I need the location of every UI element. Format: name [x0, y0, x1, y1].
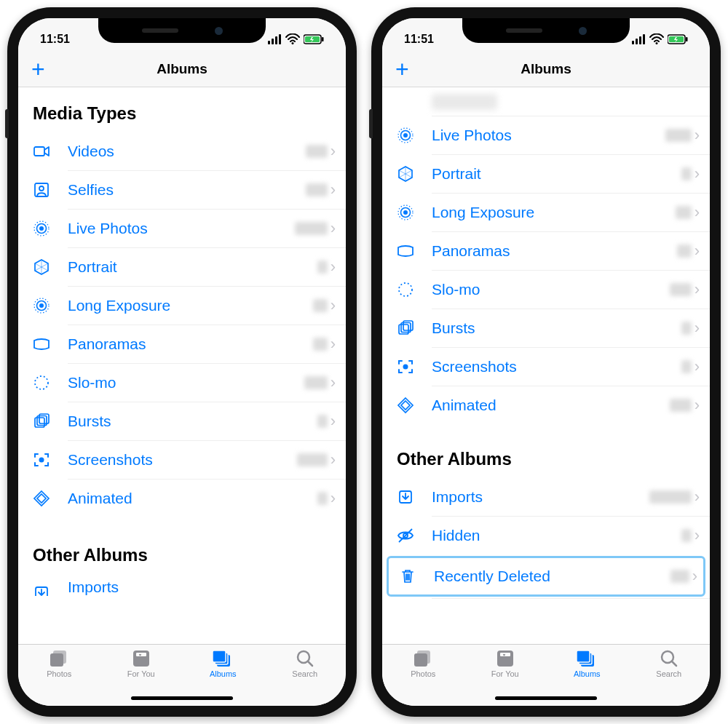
chevron-right-icon: ›	[695, 357, 700, 376]
partial-row-top	[432, 87, 710, 116]
screen: 11:51 + Albums Live Photos › Portrait	[382, 18, 710, 706]
tab-bar: Photos For You Albums Search	[18, 644, 346, 706]
chevron-right-icon: ›	[695, 203, 700, 222]
chevron-right-icon: ›	[695, 396, 700, 415]
row-live-photos[interactable]: Live Photos ›	[382, 116, 710, 154]
row-label: Portrait	[432, 165, 681, 183]
row-slomo[interactable]: Slo-mo ›	[18, 364, 346, 402]
content-right[interactable]: Live Photos › Portrait › Long Exposure ›	[382, 87, 710, 644]
live-photos-icon	[397, 127, 432, 144]
row-bursts[interactable]: Bursts ›	[18, 402, 346, 440]
count-blur	[681, 167, 692, 180]
tab-label: Photos	[411, 669, 435, 678]
tab-label: For You	[491, 669, 519, 678]
signal-icon	[268, 33, 282, 44]
panoramas-icon	[397, 242, 432, 260]
notch	[98, 18, 266, 43]
live-photos-icon	[33, 220, 68, 237]
tab-search[interactable]: Search	[628, 649, 711, 706]
chevron-right-icon: ›	[695, 319, 700, 338]
photos-icon	[49, 649, 69, 668]
row-panoramas[interactable]: Panoramas ›	[382, 232, 710, 270]
row-imports-partial[interactable]: Imports	[18, 574, 346, 596]
row-label: Videos	[68, 143, 306, 160]
row-videos[interactable]: Videos ›	[18, 132, 346, 170]
count-blur	[306, 145, 328, 158]
row-slomo[interactable]: Slo-mo ›	[382, 271, 710, 309]
row-screenshots[interactable]: Screenshots ›	[18, 441, 346, 479]
chevron-right-icon: ›	[695, 164, 700, 183]
tab-photos[interactable]: Photos	[382, 649, 464, 706]
home-indicator[interactable]	[495, 696, 597, 700]
count-blur	[304, 376, 328, 389]
count-blur	[317, 492, 328, 505]
row-animated[interactable]: Animated ›	[382, 386, 710, 424]
chevron-right-icon: ›	[695, 280, 700, 299]
tab-label: Albums	[574, 669, 601, 678]
search-icon	[296, 649, 314, 668]
nav-bar: + Albums	[382, 51, 710, 87]
row-recently-deleted[interactable]: Recently Deleted ›	[387, 556, 705, 597]
tab-label: Search	[292, 669, 317, 678]
row-bursts[interactable]: Bursts ›	[382, 309, 710, 347]
row-label: Screenshots	[432, 358, 681, 375]
row-panoramas[interactable]: Panoramas ›	[18, 325, 346, 363]
row-live-photos[interactable]: Live Photos ›	[18, 210, 346, 247]
chevron-right-icon: ›	[331, 142, 336, 161]
row-label: Bursts	[432, 319, 681, 337]
content-left[interactable]: Media Types Videos › Selfies › Live Phot…	[18, 87, 346, 644]
section-other-albums: Other Albums	[382, 424, 710, 478]
for-you-icon	[132, 649, 151, 668]
row-screenshots[interactable]: Screenshots ›	[382, 348, 710, 386]
tab-bar: Photos For You Albums Search	[382, 644, 710, 706]
wifi-icon	[285, 33, 300, 44]
row-portrait[interactable]: Portrait ›	[18, 248, 346, 286]
count-blur	[681, 322, 692, 335]
row-label: Portrait	[68, 258, 317, 276]
home-indicator[interactable]	[131, 696, 233, 700]
chevron-right-icon: ›	[695, 526, 700, 545]
tab-label: For You	[127, 669, 155, 678]
tab-label: Photos	[47, 669, 71, 678]
row-portrait[interactable]: Portrait ›	[382, 155, 710, 193]
row-label: Imports	[432, 488, 649, 506]
portrait-icon	[397, 165, 432, 183]
screenshots-icon	[397, 358, 432, 375]
count-blur	[670, 570, 689, 583]
count-blur	[681, 529, 692, 542]
search-icon	[660, 649, 678, 668]
count-blur	[297, 453, 328, 466]
count-blur	[313, 299, 328, 312]
chevron-right-icon: ›	[695, 126, 700, 145]
chevron-right-icon: ›	[692, 567, 697, 586]
row-imports[interactable]: Imports ›	[382, 478, 710, 516]
imports-icon	[397, 488, 432, 506]
tab-label: Search	[656, 669, 681, 678]
tab-search[interactable]: Search	[264, 649, 347, 706]
nav-title: Albums	[382, 61, 710, 77]
nav-bar: + Albums	[18, 51, 346, 87]
signal-icon	[632, 33, 646, 44]
long-exposure-icon	[33, 297, 68, 314]
row-long-exposure[interactable]: Long Exposure ›	[18, 287, 346, 325]
screen: 11:51 + Albums Media Types Videos › Sel	[18, 18, 346, 706]
photos-icon	[413, 649, 433, 668]
chevron-right-icon: ›	[331, 180, 336, 199]
section-other-albums: Other Albums	[18, 517, 346, 574]
row-label: Long Exposure	[68, 297, 313, 314]
row-long-exposure[interactable]: Long Exposure ›	[382, 194, 710, 231]
tab-photos[interactable]: Photos	[18, 649, 100, 706]
row-hidden[interactable]: Hidden ›	[382, 517, 710, 554]
blank-row	[432, 598, 710, 636]
row-label: Imports	[68, 578, 119, 596]
portrait-icon	[33, 258, 68, 276]
row-label: Live Photos	[68, 220, 295, 237]
count-blur	[665, 129, 692, 142]
count-blur	[317, 260, 328, 274]
count-blur	[670, 283, 692, 296]
slomo-icon	[33, 374, 68, 391]
bursts-icon	[33, 413, 68, 430]
row-selfies[interactable]: Selfies ›	[18, 171, 346, 209]
row-animated[interactable]: Animated ›	[18, 480, 346, 517]
chevron-right-icon: ›	[331, 335, 336, 354]
